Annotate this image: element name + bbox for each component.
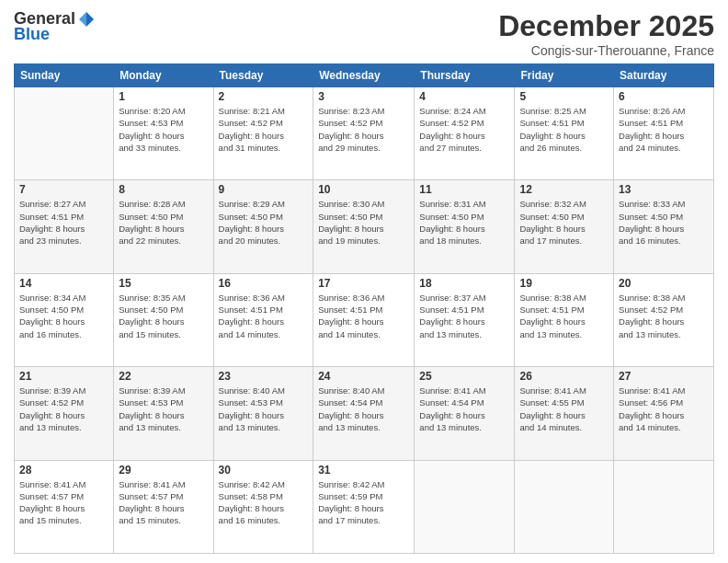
header: General Blue December 2025 Congis-sur-Th… [14, 9, 714, 58]
day-info: Sunrise: 8:36 AM Sunset: 4:51 PM Dayligh… [219, 292, 309, 340]
calendar-header: Sunday Monday Tuesday Wednesday Thursday… [15, 64, 714, 87]
title-section: December 2025 Congis-sur-Therouanne, Fra… [498, 9, 714, 58]
header-thursday: Thursday [415, 64, 515, 87]
day-number: 15 [119, 277, 208, 290]
calendar-week-1: 7Sunrise: 8:27 AM Sunset: 4:51 PM Daylig… [15, 180, 714, 273]
day-info: Sunrise: 8:41 AM Sunset: 4:57 PM Dayligh… [119, 478, 208, 527]
day-info: Sunrise: 8:24 AM Sunset: 4:52 PM Dayligh… [419, 105, 509, 154]
day-number: 6 [619, 90, 709, 103]
day-info: Sunrise: 8:32 AM Sunset: 4:50 PM Dayligh… [519, 198, 609, 247]
day-number: 20 [619, 277, 709, 290]
day-info: Sunrise: 8:33 AM Sunset: 4:50 PM Dayligh… [619, 198, 709, 247]
day-info: Sunrise: 8:34 AM Sunset: 4:50 PM Dayligh… [19, 292, 108, 340]
calendar-week-4: 28Sunrise: 8:41 AM Sunset: 4:57 PM Dayli… [15, 460, 714, 553]
day-number: 27 [619, 370, 709, 383]
day-info: Sunrise: 8:31 AM Sunset: 4:50 PM Dayligh… [419, 198, 509, 247]
day-number: 24 [318, 370, 409, 383]
day-info: Sunrise: 8:35 AM Sunset: 4:50 PM Dayligh… [119, 292, 208, 340]
svg-marker-0 [86, 12, 94, 27]
day-number: 26 [519, 370, 609, 383]
day-number: 12 [519, 183, 609, 196]
header-sunday: Sunday [15, 64, 114, 87]
calendar-cell: 5Sunrise: 8:25 AM Sunset: 4:51 PM Daylig… [515, 87, 614, 180]
logo-blue: Blue [14, 25, 50, 44]
day-info: Sunrise: 8:41 AM Sunset: 4:57 PM Dayligh… [19, 478, 108, 527]
day-info: Sunrise: 8:25 AM Sunset: 4:51 PM Dayligh… [519, 105, 609, 154]
calendar-cell: 2Sunrise: 8:21 AM Sunset: 4:52 PM Daylig… [213, 87, 313, 180]
calendar-week-0: 1Sunrise: 8:20 AM Sunset: 4:53 PM Daylig… [15, 87, 714, 180]
day-number: 18 [419, 277, 509, 290]
page: General Blue December 2025 Congis-sur-Th… [0, 0, 728, 563]
svg-marker-1 [79, 12, 86, 27]
day-number: 31 [318, 464, 409, 477]
logo-icon [77, 10, 96, 29]
day-number: 9 [219, 183, 309, 196]
calendar-cell: 21Sunrise: 8:39 AM Sunset: 4:52 PM Dayli… [15, 367, 114, 460]
header-tuesday: Tuesday [213, 64, 313, 87]
calendar-cell: 22Sunrise: 8:39 AM Sunset: 4:53 PM Dayli… [114, 367, 213, 460]
day-info: Sunrise: 8:42 AM Sunset: 4:59 PM Dayligh… [318, 478, 409, 527]
calendar-cell: 12Sunrise: 8:32 AM Sunset: 4:50 PM Dayli… [515, 180, 614, 273]
calendar-cell: 18Sunrise: 8:37 AM Sunset: 4:51 PM Dayli… [415, 273, 515, 366]
day-number: 4 [419, 90, 509, 103]
day-info: Sunrise: 8:36 AM Sunset: 4:51 PM Dayligh… [318, 292, 409, 340]
header-friday: Friday [515, 64, 614, 87]
day-number: 19 [519, 277, 609, 290]
day-number: 25 [419, 370, 509, 383]
day-info: Sunrise: 8:26 AM Sunset: 4:51 PM Dayligh… [619, 105, 709, 154]
calendar-cell: 23Sunrise: 8:40 AM Sunset: 4:53 PM Dayli… [213, 367, 313, 460]
calendar-body: 1Sunrise: 8:20 AM Sunset: 4:53 PM Daylig… [15, 87, 714, 554]
day-number: 14 [19, 277, 108, 290]
subtitle: Congis-sur-Therouanne, France [498, 43, 714, 58]
day-number: 8 [119, 183, 208, 196]
calendar-week-2: 14Sunrise: 8:34 AM Sunset: 4:50 PM Dayli… [15, 273, 714, 366]
day-number: 17 [318, 277, 409, 290]
calendar-cell: 19Sunrise: 8:38 AM Sunset: 4:51 PM Dayli… [515, 273, 614, 366]
day-number: 5 [519, 90, 609, 103]
day-info: Sunrise: 8:38 AM Sunset: 4:52 PM Dayligh… [619, 292, 709, 340]
calendar-cell: 1Sunrise: 8:20 AM Sunset: 4:53 PM Daylig… [114, 87, 213, 180]
month-title: December 2025 [498, 9, 714, 43]
calendar-cell: 10Sunrise: 8:30 AM Sunset: 4:50 PM Dayli… [313, 180, 415, 273]
day-number: 16 [219, 277, 309, 290]
calendar-cell: 27Sunrise: 8:41 AM Sunset: 4:56 PM Dayli… [614, 367, 714, 460]
calendar-cell: 11Sunrise: 8:31 AM Sunset: 4:50 PM Dayli… [415, 180, 515, 273]
day-info: Sunrise: 8:28 AM Sunset: 4:50 PM Dayligh… [119, 198, 208, 247]
calendar-cell: 14Sunrise: 8:34 AM Sunset: 4:50 PM Dayli… [15, 273, 114, 366]
day-info: Sunrise: 8:27 AM Sunset: 4:51 PM Dayligh… [19, 198, 108, 247]
day-number: 2 [219, 90, 309, 103]
calendar-cell: 6Sunrise: 8:26 AM Sunset: 4:51 PM Daylig… [614, 87, 714, 180]
header-wednesday: Wednesday [313, 64, 415, 87]
day-info: Sunrise: 8:21 AM Sunset: 4:52 PM Dayligh… [219, 105, 309, 154]
day-info: Sunrise: 8:23 AM Sunset: 4:52 PM Dayligh… [318, 105, 409, 154]
day-number: 7 [19, 183, 108, 196]
day-info: Sunrise: 8:42 AM Sunset: 4:58 PM Dayligh… [219, 478, 309, 527]
calendar-cell: 4Sunrise: 8:24 AM Sunset: 4:52 PM Daylig… [415, 87, 515, 180]
calendar-cell [614, 460, 714, 553]
calendar-cell: 16Sunrise: 8:36 AM Sunset: 4:51 PM Dayli… [213, 273, 313, 366]
day-number: 21 [19, 370, 108, 383]
calendar-cell: 7Sunrise: 8:27 AM Sunset: 4:51 PM Daylig… [15, 180, 114, 273]
calendar-cell [15, 87, 114, 180]
day-info: Sunrise: 8:37 AM Sunset: 4:51 PM Dayligh… [419, 292, 509, 340]
calendar-week-3: 21Sunrise: 8:39 AM Sunset: 4:52 PM Dayli… [15, 367, 714, 460]
calendar-cell: 31Sunrise: 8:42 AM Sunset: 4:59 PM Dayli… [313, 460, 415, 553]
calendar-cell: 8Sunrise: 8:28 AM Sunset: 4:50 PM Daylig… [114, 180, 213, 273]
day-info: Sunrise: 8:41 AM Sunset: 4:56 PM Dayligh… [619, 385, 709, 433]
calendar-cell: 15Sunrise: 8:35 AM Sunset: 4:50 PM Dayli… [114, 273, 213, 366]
day-info: Sunrise: 8:40 AM Sunset: 4:54 PM Dayligh… [318, 385, 409, 433]
day-number: 10 [318, 183, 409, 196]
day-number: 3 [318, 90, 409, 103]
calendar-cell: 29Sunrise: 8:41 AM Sunset: 4:57 PM Dayli… [114, 460, 213, 553]
logo: General Blue [14, 9, 96, 44]
calendar-cell: 28Sunrise: 8:41 AM Sunset: 4:57 PM Dayli… [15, 460, 114, 553]
day-number: 29 [119, 464, 208, 477]
calendar-cell: 20Sunrise: 8:38 AM Sunset: 4:52 PM Dayli… [614, 273, 714, 366]
day-info: Sunrise: 8:41 AM Sunset: 4:55 PM Dayligh… [519, 385, 609, 433]
day-number: 30 [219, 464, 309, 477]
day-number: 13 [619, 183, 709, 196]
day-info: Sunrise: 8:20 AM Sunset: 4:53 PM Dayligh… [119, 105, 208, 154]
calendar-cell: 24Sunrise: 8:40 AM Sunset: 4:54 PM Dayli… [313, 367, 415, 460]
day-info: Sunrise: 8:38 AM Sunset: 4:51 PM Dayligh… [519, 292, 609, 340]
header-saturday: Saturday [614, 64, 714, 87]
